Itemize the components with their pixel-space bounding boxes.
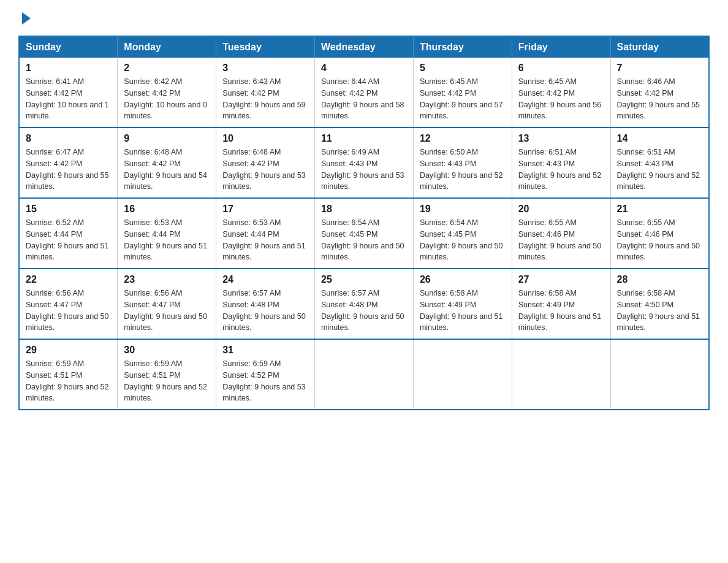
logo-arrow-icon: [22, 12, 31, 25]
empty-cell: [315, 339, 414, 410]
day-cell-25: 25 Sunrise: 6:57 AMSunset: 4:48 PMDaylig…: [315, 269, 414, 339]
day-cell-16: 16 Sunrise: 6:53 AMSunset: 4:44 PMDaylig…: [118, 198, 216, 269]
day-number: 30: [124, 345, 210, 356]
day-cell-13: 13 Sunrise: 6:51 AMSunset: 4:43 PMDaylig…: [512, 128, 610, 198]
day-info: Sunrise: 6:50 AMSunset: 4:43 PMDaylight:…: [420, 147, 506, 193]
day-info: Sunrise: 6:47 AMSunset: 4:42 PMDaylight:…: [26, 147, 111, 193]
day-number: 17: [222, 204, 308, 215]
day-cell-21: 21 Sunrise: 6:55 AMSunset: 4:46 PMDaylig…: [610, 198, 709, 269]
day-cell-22: 22 Sunrise: 6:56 AMSunset: 4:47 PMDaylig…: [19, 269, 118, 339]
weekday-header-thursday: Thursday: [413, 36, 512, 58]
day-info: Sunrise: 6:55 AMSunset: 4:46 PMDaylight:…: [518, 217, 604, 263]
day-info: Sunrise: 6:48 AMSunset: 4:42 PMDaylight:…: [124, 147, 210, 193]
day-cell-2: 2 Sunrise: 6:42 AMSunset: 4:42 PMDayligh…: [118, 58, 216, 128]
day-info: Sunrise: 6:58 AMSunset: 4:50 PMDaylight:…: [617, 288, 702, 334]
day-cell-26: 26 Sunrise: 6:58 AMSunset: 4:49 PMDaylig…: [413, 269, 512, 339]
day-number: 10: [222, 133, 308, 144]
day-info: Sunrise: 6:46 AMSunset: 4:42 PMDaylight:…: [617, 76, 702, 122]
day-cell-7: 7 Sunrise: 6:46 AMSunset: 4:42 PMDayligh…: [610, 58, 709, 128]
day-info: Sunrise: 6:55 AMSunset: 4:46 PMDaylight:…: [617, 217, 702, 263]
week-row-3: 15 Sunrise: 6:52 AMSunset: 4:44 PMDaylig…: [19, 198, 709, 269]
day-cell-14: 14 Sunrise: 6:51 AMSunset: 4:43 PMDaylig…: [610, 128, 709, 198]
day-cell-20: 20 Sunrise: 6:55 AMSunset: 4:46 PMDaylig…: [512, 198, 610, 269]
day-info: Sunrise: 6:45 AMSunset: 4:42 PMDaylight:…: [518, 76, 604, 122]
week-row-1: 1 Sunrise: 6:41 AMSunset: 4:42 PMDayligh…: [19, 58, 709, 128]
day-info: Sunrise: 6:43 AMSunset: 4:42 PMDaylight:…: [222, 76, 308, 122]
day-number: 3: [222, 63, 308, 74]
day-number: 5: [420, 63, 506, 74]
day-number: 23: [124, 274, 210, 285]
day-number: 16: [124, 204, 210, 215]
day-cell-4: 4 Sunrise: 6:44 AMSunset: 4:42 PMDayligh…: [315, 58, 414, 128]
day-cell-30: 30 Sunrise: 6:59 AMSunset: 4:51 PMDaylig…: [118, 339, 216, 410]
day-info: Sunrise: 6:53 AMSunset: 4:44 PMDaylight:…: [222, 217, 308, 263]
day-info: Sunrise: 6:44 AMSunset: 4:42 PMDaylight:…: [321, 76, 407, 122]
day-cell-10: 10 Sunrise: 6:48 AMSunset: 4:42 PMDaylig…: [216, 128, 315, 198]
day-number: 19: [420, 204, 506, 215]
day-cell-8: 8 Sunrise: 6:47 AMSunset: 4:42 PMDayligh…: [19, 128, 118, 198]
day-number: 18: [321, 204, 407, 215]
day-number: 21: [617, 204, 702, 215]
calendar-table: SundayMondayTuesdayWednesdayThursdayFrid…: [18, 36, 710, 410]
week-row-2: 8 Sunrise: 6:47 AMSunset: 4:42 PMDayligh…: [19, 128, 709, 198]
day-cell-15: 15 Sunrise: 6:52 AMSunset: 4:44 PMDaylig…: [19, 198, 118, 269]
day-info: Sunrise: 6:59 AMSunset: 4:51 PMDaylight:…: [124, 358, 210, 404]
day-number: 31: [222, 345, 308, 356]
weekday-header-row: SundayMondayTuesdayWednesdayThursdayFrid…: [19, 36, 709, 58]
weekday-header-sunday: Sunday: [19, 36, 118, 58]
day-cell-11: 11 Sunrise: 6:49 AMSunset: 4:43 PMDaylig…: [315, 128, 414, 198]
weekday-header-wednesday: Wednesday: [315, 36, 414, 58]
day-number: 11: [321, 133, 407, 144]
day-info: Sunrise: 6:52 AMSunset: 4:44 PMDaylight:…: [26, 217, 111, 263]
day-info: Sunrise: 6:53 AMSunset: 4:44 PMDaylight:…: [124, 217, 210, 263]
day-cell-9: 9 Sunrise: 6:48 AMSunset: 4:42 PMDayligh…: [118, 128, 216, 198]
day-number: 15: [26, 204, 111, 215]
day-number: 9: [124, 133, 210, 144]
day-number: 6: [518, 63, 604, 74]
day-info: Sunrise: 6:59 AMSunset: 4:52 PMDaylight:…: [222, 358, 308, 404]
day-info: Sunrise: 6:58 AMSunset: 4:49 PMDaylight:…: [420, 288, 506, 334]
day-info: Sunrise: 6:58 AMSunset: 4:49 PMDaylight:…: [518, 288, 604, 334]
day-info: Sunrise: 6:54 AMSunset: 4:45 PMDaylight:…: [321, 217, 407, 263]
day-cell-3: 3 Sunrise: 6:43 AMSunset: 4:42 PMDayligh…: [216, 58, 315, 128]
empty-cell: [413, 339, 512, 410]
day-info: Sunrise: 6:57 AMSunset: 4:48 PMDaylight:…: [222, 288, 308, 334]
day-number: 7: [617, 63, 702, 74]
day-cell-17: 17 Sunrise: 6:53 AMSunset: 4:44 PMDaylig…: [216, 198, 315, 269]
empty-cell: [610, 339, 709, 410]
day-info: Sunrise: 6:51 AMSunset: 4:43 PMDaylight:…: [518, 147, 604, 193]
day-number: 8: [26, 133, 111, 144]
weekday-header-tuesday: Tuesday: [216, 36, 315, 58]
day-cell-1: 1 Sunrise: 6:41 AMSunset: 4:42 PMDayligh…: [19, 58, 118, 128]
day-cell-6: 6 Sunrise: 6:45 AMSunset: 4:42 PMDayligh…: [512, 58, 610, 128]
day-cell-5: 5 Sunrise: 6:45 AMSunset: 4:42 PMDayligh…: [413, 58, 512, 128]
day-number: 13: [518, 133, 604, 144]
day-cell-24: 24 Sunrise: 6:57 AMSunset: 4:48 PMDaylig…: [216, 269, 315, 339]
page-header: [18, 12, 710, 23]
day-cell-28: 28 Sunrise: 6:58 AMSunset: 4:50 PMDaylig…: [610, 269, 709, 339]
day-number: 20: [518, 204, 604, 215]
day-cell-27: 27 Sunrise: 6:58 AMSunset: 4:49 PMDaylig…: [512, 269, 610, 339]
day-info: Sunrise: 6:56 AMSunset: 4:47 PMDaylight:…: [124, 288, 210, 334]
weekday-header-monday: Monday: [118, 36, 216, 58]
day-info: Sunrise: 6:42 AMSunset: 4:42 PMDaylight:…: [124, 76, 210, 122]
day-info: Sunrise: 6:56 AMSunset: 4:47 PMDaylight:…: [26, 288, 111, 334]
day-info: Sunrise: 6:45 AMSunset: 4:42 PMDaylight:…: [420, 76, 506, 122]
day-info: Sunrise: 6:48 AMSunset: 4:42 PMDaylight:…: [222, 147, 308, 193]
day-info: Sunrise: 6:51 AMSunset: 4:43 PMDaylight:…: [617, 147, 702, 193]
day-cell-18: 18 Sunrise: 6:54 AMSunset: 4:45 PMDaylig…: [315, 198, 414, 269]
day-number: 1: [26, 63, 111, 74]
day-cell-29: 29 Sunrise: 6:59 AMSunset: 4:51 PMDaylig…: [19, 339, 118, 410]
day-number: 2: [124, 63, 210, 74]
logo: [18, 12, 31, 23]
weekday-header-saturday: Saturday: [610, 36, 709, 58]
day-number: 25: [321, 274, 407, 285]
day-cell-31: 31 Sunrise: 6:59 AMSunset: 4:52 PMDaylig…: [216, 339, 315, 410]
day-cell-19: 19 Sunrise: 6:54 AMSunset: 4:45 PMDaylig…: [413, 198, 512, 269]
day-number: 28: [617, 274, 702, 285]
day-number: 14: [617, 133, 702, 144]
day-number: 26: [420, 274, 506, 285]
day-info: Sunrise: 6:59 AMSunset: 4:51 PMDaylight:…: [26, 358, 111, 404]
day-number: 29: [26, 345, 111, 356]
day-number: 27: [518, 274, 604, 285]
